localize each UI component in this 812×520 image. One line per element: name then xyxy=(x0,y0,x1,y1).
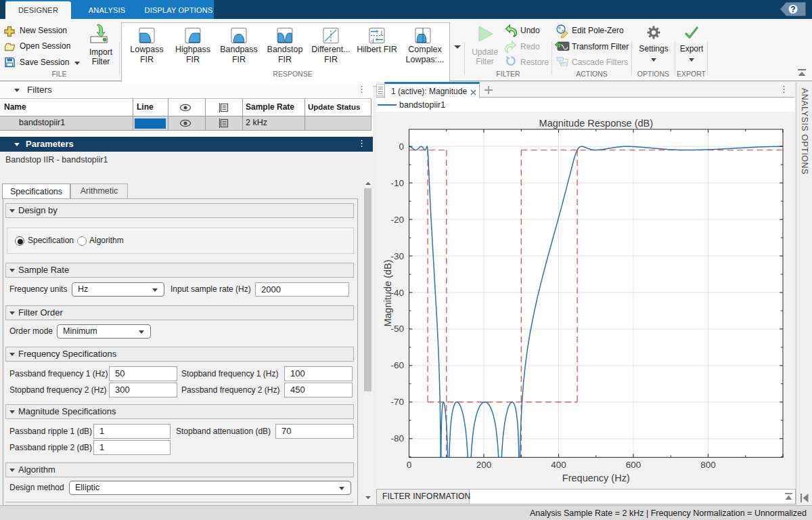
svg-text:?: ? xyxy=(790,5,795,14)
svg-text:Magnitude Response (dB): Magnitude Response (dB) xyxy=(539,118,653,129)
svg-text:-20: -20 xyxy=(390,215,404,225)
svg-text:600: 600 xyxy=(626,460,641,470)
svg-text:800: 800 xyxy=(700,460,716,470)
svg-text:Frequency (Hz): Frequency (Hz) xyxy=(562,473,630,483)
svg-text:Magnitude (dB): Magnitude (dB) xyxy=(382,259,393,326)
svg-text:-30: -30 xyxy=(390,251,404,261)
svg-text:-10: -10 xyxy=(390,178,404,188)
svg-text:-80: -80 xyxy=(390,433,404,443)
svg-text:0: 0 xyxy=(407,460,412,470)
svg-text:0: 0 xyxy=(399,142,404,152)
svg-text:-j: -j xyxy=(371,37,374,43)
svg-text:j: j xyxy=(380,29,382,35)
svg-text:-70: -70 xyxy=(390,397,404,407)
svg-text:-60: -60 xyxy=(390,360,404,370)
svg-text:200: 200 xyxy=(476,460,492,470)
svg-text:400: 400 xyxy=(551,460,566,470)
